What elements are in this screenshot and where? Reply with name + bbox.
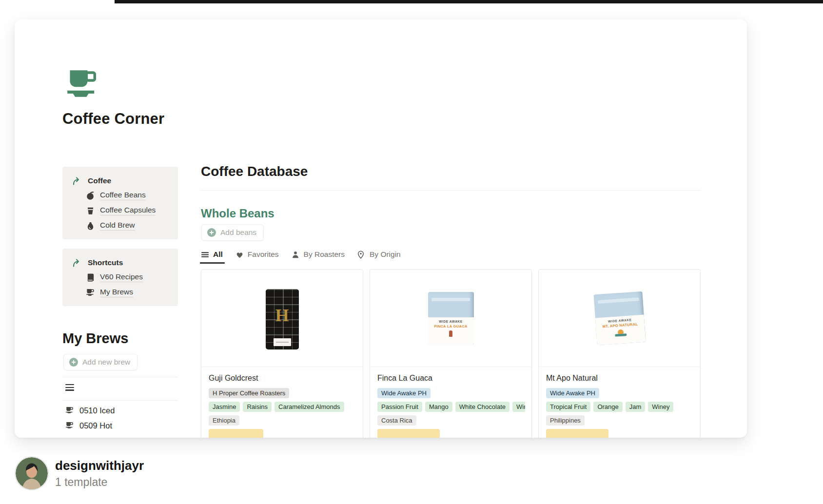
bag-brand-text: WIDE AWAKE bbox=[607, 318, 631, 323]
brew-entry-0510-iced[interactable]: 0510 Iced bbox=[65, 406, 115, 415]
sidebar-item-label[interactable]: My Brews bbox=[100, 288, 133, 297]
avatar bbox=[16, 457, 48, 489]
bean-card-guji-goldcrest[interactable]: H Guji Goldcrest H Proper Coffee Roaster… bbox=[201, 269, 363, 438]
add-beans-button[interactable]: Add beans bbox=[201, 224, 264, 241]
bean-card-image: WIDE AWAKE MT. APO NATURAL bbox=[539, 270, 700, 367]
sidebar-divider bbox=[62, 400, 178, 401]
origin-tag: Philippines bbox=[546, 415, 585, 426]
view-tabs: All Favorites By Roasters By Origin bbox=[201, 250, 401, 264]
tab-by-origin[interactable]: By Origin bbox=[357, 250, 401, 264]
flavor-tag: Winey bbox=[512, 402, 525, 412]
origin-tag: Ethiopia bbox=[209, 415, 239, 426]
top-dark-strip bbox=[115, 0, 823, 3]
template-page-card: Coffee Corner Coffee Coffee Beans Coffee… bbox=[15, 19, 747, 438]
tab-label[interactable]: All bbox=[213, 250, 223, 259]
creator-name[interactable]: designwithjayr bbox=[55, 458, 144, 473]
bag-illustration bbox=[449, 330, 452, 337]
flavor-tag: Winey bbox=[648, 402, 673, 412]
bag-name-text: FINCA LA GUACA bbox=[434, 324, 467, 329]
clipped-yellow-tag bbox=[209, 429, 263, 438]
sidebar-item-label[interactable]: Coffee Beans bbox=[100, 191, 146, 200]
bean-card-image: WIDE AWAKE FINCA LA GUACA bbox=[370, 270, 531, 367]
book-icon bbox=[86, 273, 95, 282]
brew-entry-label[interactable]: 0509 Hot bbox=[79, 421, 112, 430]
sidebar-group-coffee: Coffee Coffee Beans Coffee Capsules Cold… bbox=[62, 167, 178, 239]
bean-card-mt-apo-natural[interactable]: WIDE AWAKE MT. APO NATURAL Mt Apo Natura… bbox=[538, 269, 701, 438]
brew-entry-0509-hot[interactable]: 0509 Hot bbox=[65, 421, 112, 430]
add-new-brew-label: Add new brew bbox=[82, 358, 130, 367]
tab-favorites[interactable]: Favorites bbox=[235, 250, 279, 264]
flavor-tag: Passion Fruit bbox=[377, 402, 422, 412]
flavor-tag: Orange bbox=[593, 402, 622, 412]
add-new-brew-button[interactable]: Add new brew bbox=[63, 354, 137, 370]
sidebar-item-my-brews[interactable]: My Brews bbox=[86, 288, 172, 297]
plus-circle-icon bbox=[207, 228, 216, 237]
roaster-tag: Wide Awake PH bbox=[546, 388, 599, 398]
bag-brand-text: WIDE AWAKE bbox=[439, 320, 462, 323]
flavor-tag: Jasmine bbox=[209, 402, 240, 412]
clipped-yellow-tag bbox=[377, 429, 440, 438]
bean-title: Guji Goldcrest bbox=[209, 374, 356, 384]
sidebar-item-label[interactable]: V60 Recipes bbox=[100, 272, 143, 282]
my-brews-heading: My Brews bbox=[62, 330, 128, 347]
sidebar-divider bbox=[62, 377, 178, 377]
tab-label[interactable]: Favorites bbox=[248, 250, 279, 259]
flavor-tag: Raisins bbox=[243, 402, 272, 412]
group-title-coffee: Coffee bbox=[88, 176, 111, 185]
bean-card-image: H bbox=[201, 270, 363, 367]
tab-label[interactable]: By Origin bbox=[370, 250, 401, 259]
bean-gallery: H Guji Goldcrest H Proper Coffee Roaster… bbox=[201, 269, 701, 438]
flavor-tag: Mango bbox=[425, 402, 452, 412]
coffee-cherry-icon bbox=[86, 191, 95, 200]
roaster-tag: Wide Awake PH bbox=[377, 388, 431, 398]
bag-zipper bbox=[598, 297, 639, 304]
blue-coffee-bag: WIDE AWAKE FINCA LA GUACA bbox=[428, 292, 474, 345]
coffee-cup-icon bbox=[65, 421, 75, 430]
bag-name-text: MT. APO NATURAL bbox=[602, 322, 638, 329]
sidebar-item-label[interactable]: Coffee Capsules bbox=[100, 206, 156, 215]
tab-all[interactable]: All bbox=[201, 250, 223, 264]
sidebar-item-coffee-beans[interactable]: Coffee Beans bbox=[86, 191, 172, 200]
plus-circle-icon bbox=[69, 358, 78, 367]
coffee-cup-icon bbox=[86, 288, 95, 297]
origin-tag: Costa Rica bbox=[377, 415, 416, 426]
tab-by-roasters[interactable]: By Roasters bbox=[292, 250, 345, 264]
bag-sun-illustration bbox=[617, 329, 624, 335]
coffee-cup-icon bbox=[65, 406, 75, 415]
page-title: Coffee Corner bbox=[62, 110, 164, 128]
database-title: Coffee Database bbox=[201, 164, 308, 179]
sidebar-item-cold-brew[interactable]: Cold Brew bbox=[86, 221, 172, 231]
bag-label-sticker bbox=[274, 338, 291, 346]
sidebar-item-coffee-capsules[interactable]: Coffee Capsules bbox=[86, 206, 172, 215]
cold-brew-drop-icon bbox=[86, 221, 95, 231]
tab-label[interactable]: By Roasters bbox=[304, 250, 345, 259]
bag-label: WIDE AWAKE MT. APO NATURAL bbox=[595, 314, 646, 345]
person-icon bbox=[292, 251, 300, 259]
brew-entry-label[interactable]: 0510 Iced bbox=[79, 406, 115, 415]
title-divider bbox=[201, 190, 701, 191]
flavor-tag: Caramelized Almonds bbox=[274, 402, 344, 412]
roaster-tag: H Proper Coffee Roasters bbox=[209, 388, 289, 398]
bean-title: Mt Apo Natural bbox=[546, 374, 694, 384]
black-coffee-bag: H bbox=[266, 289, 299, 349]
blue-coffee-bag-tilted: WIDE AWAKE MT. APO NATURAL bbox=[593, 291, 646, 345]
bean-card-finca-la-guaca[interactable]: WIDE AWAKE FINCA LA GUACA Finca La Guaca… bbox=[370, 269, 532, 438]
sidebar-item-label[interactable]: Cold Brew bbox=[100, 221, 135, 231]
location-pin-icon bbox=[357, 251, 366, 259]
sidebar-item-v60-recipes[interactable]: V60 Recipes bbox=[86, 272, 172, 282]
heart-icon bbox=[235, 251, 244, 259]
group-title-shortcuts: Shortcuts bbox=[88, 258, 123, 267]
bag-label: WIDE AWAKE FINCA LA GUACA bbox=[428, 317, 474, 345]
bag-zipper bbox=[431, 298, 470, 301]
drag-handle-icon[interactable] bbox=[65, 384, 75, 390]
bean-card-body: Mt Apo Natural Wide Awake PH Tropical Fr… bbox=[539, 367, 700, 438]
bag-letter: H bbox=[275, 305, 289, 326]
clipped-yellow-tag bbox=[546, 429, 608, 438]
flavor-tag: Jam bbox=[626, 402, 646, 412]
curved-arrow-icon bbox=[72, 176, 81, 185]
coffee-cup-icon bbox=[66, 68, 101, 101]
template-count: 1 template bbox=[55, 476, 107, 489]
section-title-whole-beans: Whole Beans bbox=[201, 207, 274, 220]
bean-title: Finca La Guaca bbox=[377, 374, 525, 384]
flavor-tag: White Chocolate bbox=[455, 402, 509, 412]
